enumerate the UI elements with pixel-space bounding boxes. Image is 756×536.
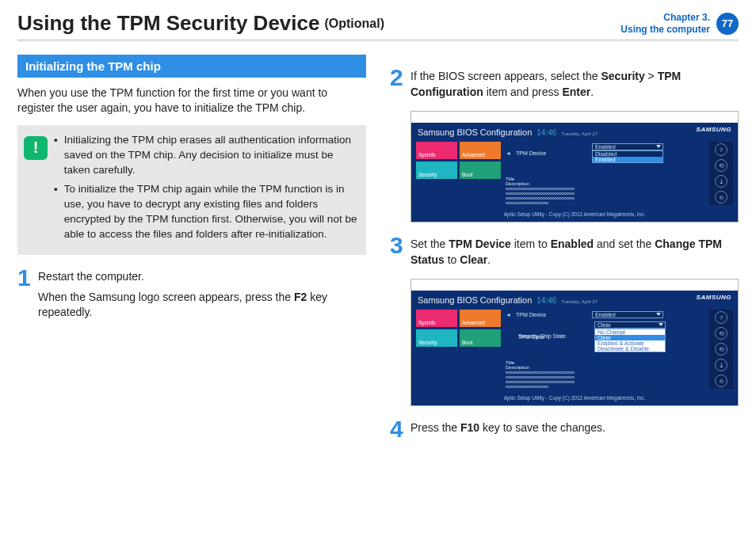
bios-option-clear[interactable]: Clear [595,335,665,340]
help-icon[interactable]: ? [715,311,727,324]
bios-select-tpm-device-2[interactable]: Enabled [592,311,663,318]
bios-field-tpm-device: TPM Device [516,150,587,156]
save-icon[interactable]: ⤓ [715,359,727,371]
warning-item-2: To initialize the TPM chip again while t… [64,182,358,242]
step-1: 1 Restart the computer. When the Samsung… [17,266,366,325]
step-number-4: 4 [390,417,410,441]
step-4-text: Press the F10 key to save the changes. [410,420,605,436]
bios-description: Title Description xxxxxxxxxxxxxxxxxxxxxx… [506,360,575,389]
chapter-line2: Using the computer [620,24,710,35]
page-number-badge: 77 [716,13,739,35]
bios-screenshot-2: SAMSUNG Samsung BIOS Configuration 14:46… [410,279,739,406]
step-2: 2 If the BIOS screen appears, select the… [390,66,739,105]
step-3: 3 Set the TPM Device item to Enabled and… [390,234,739,272]
bios-option-enabled[interactable]: Enabled [593,157,662,162]
help-icon[interactable]: ? [715,143,727,156]
exit-icon[interactable]: ⎋ [715,191,727,203]
bios-option-disabled[interactable]: Disabled [593,151,662,157]
chapter-line1: Chapter 3. [620,12,710,23]
page-subtitle: (Optional) [324,17,384,31]
bios-screenshot-1: SAMSUNG Samsung BIOS Configuration 14:46… [410,111,739,222]
bios-dropdown-tpm-device[interactable]: Disabled Enabled [592,150,663,163]
bios-right-bar: ? ⟲ ⟲ ⤓ ⎋ [709,310,733,389]
header-divider [17,36,739,40]
bios-option-enabled-activate[interactable]: Enabled & Activate [595,340,665,346]
bios-footer: Aptio Setup Utility - Copy (C) 2012 Amer… [411,392,738,405]
bios-tile-sysinfo[interactable]: SysInfo [416,310,457,327]
page-title: Using the TPM Security Device [17,11,319,36]
step-3-text: Set the TPM Device item to Enabled and s… [410,237,739,268]
bios-select-tpm-state[interactable]: Clear [594,321,666,329]
bios-option-no-change[interactable]: No Change [595,329,665,335]
step-number-1: 1 [17,266,38,325]
samsung-logo: SAMSUNG [697,126,731,133]
bios-tile-sysinfo[interactable]: SysInfo [416,142,457,159]
bios-tile-boot[interactable]: Boot [460,329,501,347]
bios-footer: Aptio Setup Utility - Copy (C) 2012 Amer… [411,208,738,222]
save-icon[interactable]: ⤓ [715,175,727,188]
bios-select-tpm-device[interactable]: Enabled [592,143,663,150]
bios-tile-boot[interactable]: Boot [460,162,501,179]
bios-option-deactivate-disable[interactable]: Deactivate & Disable [595,346,665,352]
step-number-2: 2 [390,66,410,105]
step-1-line-b: When the Samsung logo screen appears, pr… [38,290,366,321]
warning-box: ! Initializing the TPM chip erases all a… [17,125,366,255]
bios-dropdown-tpm-state[interactable]: No Change Clear Enabled & Activate Deact… [594,329,666,352]
step-4: 4 Press the F10 key to save the changes. [390,417,739,441]
exit-icon[interactable]: ⎋ [715,374,727,387]
bios-clock: 14:46 [536,128,556,137]
step-1-line-a: Restart the computer. [38,269,366,285]
bios-tile-security[interactable]: Security [416,329,457,347]
chapter-label: Chapter 3. Using the computer [620,12,710,35]
bios-tile-advanced[interactable]: Advanced [460,310,501,327]
warning-icon: ! [24,136,48,160]
bios-clock: 14:46 [536,296,556,305]
intro-paragraph: When you use the TPM function for the fi… [17,86,366,116]
bios-field-tpm-device: TPM Device [516,312,587,317]
section-heading: Initializing the TPM chip [17,55,366,78]
bios-date: Tuesday, April 27 [561,131,598,136]
warning-item-1: Initializing the TPM chip erases all aut… [64,133,358,178]
bios-title: Samsung BIOS Configuration [418,127,532,137]
samsung-logo: SAMSUNG [697,294,731,301]
restore-icon[interactable]: ⟲ [715,343,727,355]
bios-right-bar: ? ⟲ ⤓ ⎋ [709,142,733,205]
default-icon[interactable]: ⟲ [715,159,727,172]
bios-tile-advanced[interactable]: Advanced [460,142,501,159]
default-icon[interactable]: ⟲ [715,327,727,340]
bios-date: Tuesday, April 27 [561,299,598,304]
bios-title: Samsung BIOS Configuration [418,295,532,305]
step-number-3: 3 [390,234,410,272]
bios-field-security-chip: Security Chip State [518,333,590,339]
bios-description: Title Description xxxxxxxxxxxxxxxxxxxxxx… [506,177,575,205]
step-2-text: If the BIOS screen appears, select the S… [410,69,739,100]
bios-tile-security[interactable]: Security [416,162,457,179]
